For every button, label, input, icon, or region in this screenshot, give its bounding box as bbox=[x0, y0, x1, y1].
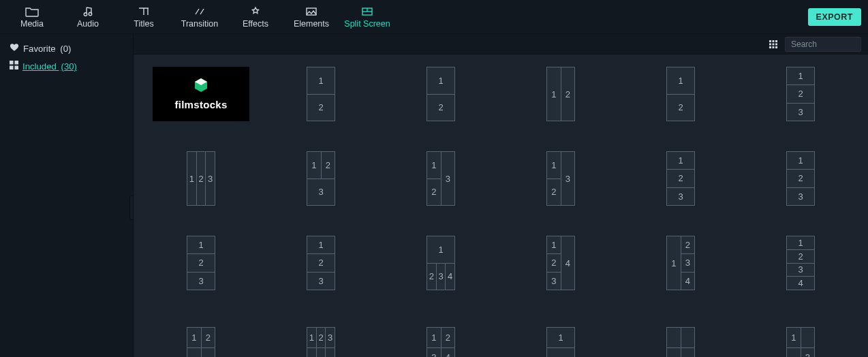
search-field-wrap bbox=[785, 37, 861, 52]
grid-cell: 12 bbox=[508, 67, 613, 121]
split-layout-tile[interactable] bbox=[666, 327, 695, 357]
grid-cell: 1234 bbox=[628, 236, 733, 290]
media-icon bbox=[25, 5, 39, 18]
grid-cell bbox=[628, 320, 733, 357]
layout-region: 2 bbox=[427, 264, 436, 290]
split-layout-tile[interactable]: 1234 bbox=[427, 236, 455, 290]
layout-region: 2 bbox=[187, 254, 215, 271]
split-layout-tile[interactable]: 123 bbox=[307, 236, 335, 290]
sidebar-collapse-handle[interactable] bbox=[129, 196, 134, 220]
svg-rect-12 bbox=[773, 40, 775, 42]
split-layout-tile[interactable]: 123 bbox=[307, 327, 335, 357]
titles-icon bbox=[138, 5, 150, 18]
layout-region: 4 bbox=[445, 264, 454, 290]
split-layout-tile[interactable]: 123 bbox=[666, 151, 695, 206]
grid-cell: 1234 bbox=[388, 236, 493, 290]
grid-cell: 13 bbox=[748, 320, 853, 357]
layout-region: 2 bbox=[321, 152, 335, 178]
layout-region: 4 bbox=[561, 236, 575, 290]
sidebar-item-favorite[interactable]: Favorite (0) bbox=[7, 40, 126, 57]
layout-grid: filmstocks121212121231231231231231231231… bbox=[149, 67, 853, 357]
svg-point-0 bbox=[84, 12, 87, 15]
layout-region: 1 bbox=[427, 67, 454, 94]
filmstocks-icon bbox=[192, 78, 210, 94]
grid-cell: 123 bbox=[748, 151, 853, 206]
grid-cell: 123 bbox=[268, 151, 373, 206]
layout-region: 2 bbox=[307, 95, 335, 121]
layout-region: 4 bbox=[787, 277, 814, 290]
split-layout-tile[interactable]: 12 bbox=[666, 67, 695, 121]
split-layout-tile[interactable]: 123 bbox=[786, 67, 815, 121]
layout-region: 2 bbox=[427, 95, 454, 121]
layout-region bbox=[667, 328, 681, 347]
audio-icon bbox=[82, 5, 93, 18]
sidebar-item-included[interactable]: Included (30) bbox=[7, 57, 126, 75]
layout-region: 1 bbox=[667, 67, 694, 94]
filmstocks-tile[interactable]: filmstocks bbox=[153, 67, 249, 121]
svg-rect-7 bbox=[10, 61, 14, 65]
layout-region: 1 bbox=[547, 236, 561, 253]
layout-region: 3 bbox=[325, 328, 335, 347]
layout-region: 1 bbox=[787, 67, 814, 84]
layout-region: 3 bbox=[427, 348, 441, 358]
grid-cell: 123 bbox=[268, 320, 373, 357]
split-layout-tile[interactable]: 13 bbox=[786, 327, 815, 357]
split-layout-tile[interactable]: 1234 bbox=[666, 236, 695, 290]
view-grid-icon[interactable] bbox=[769, 40, 778, 49]
split-layout-tile[interactable]: 12 bbox=[307, 67, 335, 121]
layout-region: 1 bbox=[547, 152, 561, 178]
layout-region: 2 bbox=[667, 170, 694, 187]
tab-label: Split Screen bbox=[344, 19, 390, 29]
grid-cell: filmstocks bbox=[149, 67, 253, 121]
layout-region: 2 bbox=[681, 236, 695, 253]
layout-region: 1 bbox=[547, 328, 574, 347]
layout-region bbox=[801, 328, 815, 347]
tab-audio[interactable]: Audio bbox=[60, 0, 116, 34]
layout-region: 1 bbox=[307, 236, 335, 253]
split-layout-tile[interactable]: 12 bbox=[187, 327, 215, 357]
split-layout-tile[interactable]: 12 bbox=[427, 67, 455, 121]
layout-region: 4 bbox=[441, 348, 455, 358]
svg-rect-14 bbox=[769, 43, 771, 45]
layout-region bbox=[201, 348, 215, 358]
layout-region: 2 bbox=[787, 85, 814, 102]
tab-splitscreen[interactable]: Split Screen bbox=[339, 0, 395, 34]
split-layout-tile[interactable]: 1234 bbox=[546, 236, 575, 290]
split-layout-tile[interactable]: 1234 bbox=[786, 236, 815, 290]
layout-grid-scroll[interactable]: filmstocks121212121231231231231231231231… bbox=[134, 55, 868, 357]
split-layout-tile[interactable]: 123 bbox=[187, 236, 215, 290]
split-layout-tile[interactable]: 123 bbox=[427, 151, 455, 206]
tab-titles[interactable]: Titles bbox=[116, 0, 172, 34]
export-button[interactable]: EXPORT bbox=[808, 8, 861, 26]
layout-region: 1 bbox=[307, 67, 335, 94]
layout-region: 1 bbox=[667, 152, 694, 169]
layout-region: 2 bbox=[547, 178, 561, 206]
split-layout-tile[interactable]: 123 bbox=[546, 151, 575, 206]
layout-region bbox=[187, 348, 201, 358]
split-layout-tile[interactable]: 123 bbox=[786, 151, 815, 206]
split-layout-tile[interactable]: 1234 bbox=[427, 327, 455, 357]
split-layout-tile[interactable]: 12 bbox=[546, 67, 575, 121]
split-layout-tile[interactable]: 123 bbox=[307, 151, 335, 206]
svg-rect-13 bbox=[775, 40, 777, 42]
grid-cell: 123 bbox=[149, 236, 253, 290]
layout-region: 2 bbox=[667, 95, 694, 121]
layout-region: 2 bbox=[307, 254, 335, 271]
tab-effects[interactable]: Effects bbox=[228, 0, 283, 34]
tab-transition[interactable]: Transition bbox=[172, 0, 228, 34]
tab-media[interactable]: Media bbox=[4, 0, 60, 34]
svg-rect-11 bbox=[769, 40, 771, 42]
split-layout-tile[interactable]: 123 bbox=[187, 151, 215, 206]
layout-region bbox=[681, 328, 695, 347]
tab-label: Audio bbox=[77, 19, 99, 29]
grid-cell: 123 bbox=[508, 151, 613, 206]
splitscreen-icon bbox=[361, 5, 373, 18]
layout-region: 1 bbox=[427, 328, 441, 347]
layout-region: 1 bbox=[547, 67, 561, 121]
search-input[interactable] bbox=[791, 40, 868, 49]
tab-elements[interactable]: Elements bbox=[283, 0, 339, 34]
grid-cell: 12 bbox=[388, 67, 493, 121]
layout-region: 1 bbox=[427, 152, 441, 178]
split-layout-tile[interactable]: 1 bbox=[546, 327, 575, 357]
grid-cell: 123 bbox=[149, 151, 253, 206]
